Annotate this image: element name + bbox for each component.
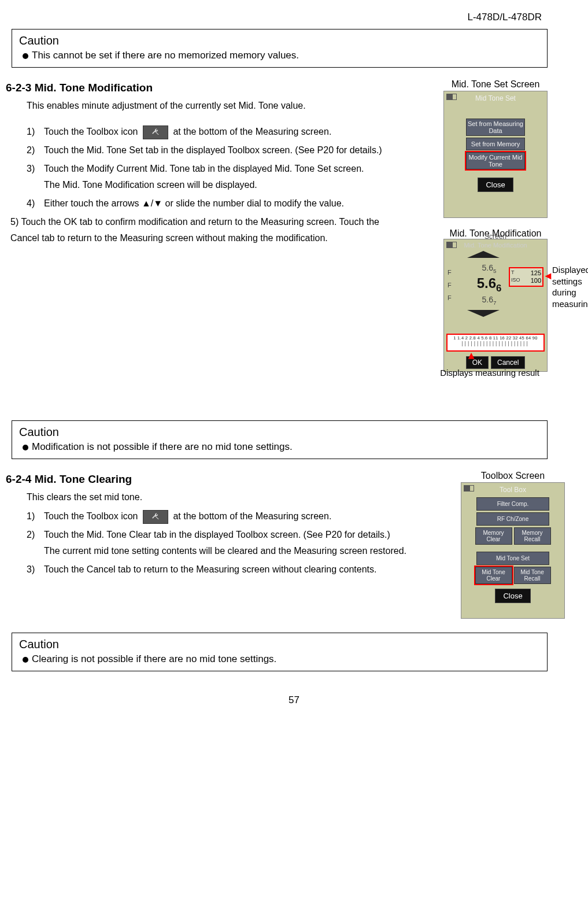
step-number: 1) (27, 508, 44, 524)
bullet-icon (23, 445, 28, 450)
caution-text: Modification is not possible if there ar… (32, 441, 293, 452)
section-intro-623: This enables minute adjustment of the cu… (27, 98, 405, 113)
arrow-up-red-icon: ◄ (465, 351, 478, 361)
step-2: 2) Touch the Mid. Tone Set tab in the di… (27, 142, 405, 158)
caution-box-1: Caution This cannot be set if there are … (12, 29, 548, 68)
section-title-623: 6-2-3 Mid. Tone Modification (6, 82, 405, 94)
set-from-memory-button[interactable]: Set from Memory (466, 138, 525, 150)
section-title-624: 6-2-4 Mid. Tone Clearing (6, 473, 440, 486)
midtonemod-device: Mid. Tone Modification Screen F F F 5.65… (443, 239, 548, 372)
close-button[interactable]: Close (478, 178, 513, 192)
step1-a: Touch the Toolbox icon (44, 127, 138, 136)
step-2: 2) Touch the Mid. Tone Clear tab in the … (27, 527, 440, 559)
step-number: 2) (27, 527, 44, 559)
arrow-up-icon[interactable] (467, 251, 500, 258)
step-3: 3) Touch the Cancel tab to return to the… (27, 561, 440, 578)
memory-recall-button[interactable]: Memory Recall (514, 527, 551, 545)
page-number: 57 (6, 694, 582, 706)
caution-text: Clearing is not possible if there are no… (32, 653, 276, 664)
toolbox-device: Tool Box Filter Comp. RF Ch/Zone Memory … (461, 482, 565, 619)
device-title: Mid Tone Set (446, 94, 545, 104)
step-1: 1) Touch the Toolbox icon at the bottom … (27, 124, 405, 140)
midtone-recall-button[interactable]: Mid Tone Recall (514, 567, 551, 584)
step-3: 3) Touch the Modify Current Mid. Tone ta… (27, 161, 405, 193)
step1-b: at the bottom of the Measuring screen. (173, 511, 331, 521)
caution-title: Caution (19, 638, 540, 651)
step-number: 2) (27, 142, 44, 158)
step-number: 4) (27, 195, 44, 212)
caution-body: Clearing is not possible if there are no… (23, 653, 540, 665)
set-from-measuring-button[interactable]: Set from Measuring Data (466, 119, 525, 136)
step3-body: Touch the Cancel tab to return to the Me… (44, 561, 440, 578)
arrow-down-icon[interactable] (467, 310, 500, 317)
modify-current-midtone-button[interactable]: Modify Current Mid Tone (466, 152, 525, 169)
midtoneset-caption: Mid. Tone Set Screen (409, 79, 582, 90)
caption-sub: Screen (444, 232, 547, 241)
displayed-settings-box: T125 ISO100 (509, 267, 543, 287)
close-button[interactable]: Close (495, 589, 531, 603)
toolbox-caption: Toolbox Screen (443, 471, 582, 481)
device-title: Tool Box (464, 485, 562, 496)
step-4: 4) Either touch the arrows ▲/▼ or slide … (27, 195, 405, 212)
step-number: 3) (27, 161, 44, 193)
step4-body: Either touch the arrows ▲/▼ or slide the… (44, 195, 405, 212)
battery-icon (446, 94, 457, 100)
step-number: 3) (27, 561, 44, 578)
step2a: Touch the Mid. Tone Clear tab in the dis… (44, 527, 440, 543)
step1-a: Touch the Toolbox icon (44, 511, 138, 521)
filter-comp-button[interactable]: Filter Comp. (476, 497, 549, 511)
step2b: The current mid tone setting contents wi… (44, 543, 440, 559)
toolbox-icon (143, 510, 168, 524)
step-1: 1) Touch the Toolbox icon at the bottom … (27, 508, 440, 524)
midtone-clear-button[interactable]: Mid Tone Clear (475, 567, 512, 584)
device-title: Mid. Tone Modification (444, 239, 547, 249)
caution-body: This cannot be set if there are no memor… (23, 50, 540, 61)
caution-box-2: Caution Modification is not possible if … (12, 420, 548, 459)
bullet-icon (23, 53, 28, 59)
caution-text: This cannot be set if there are no memor… (32, 50, 299, 61)
rf-ch-zone-button[interactable]: RF Ch/Zone (476, 512, 549, 526)
memory-clear-button[interactable]: Memory Clear (475, 527, 512, 545)
header-model: L-478D/L-478DR (6, 12, 582, 23)
caution-title: Caution (19, 34, 540, 47)
f-labels: F F F (448, 266, 452, 304)
caution-body: Modification is not possible if there ar… (23, 441, 540, 453)
caution-box-3: Caution Clearing is not possible if ther… (12, 633, 548, 671)
step1-b: at the bottom of the Measuring screen. (173, 127, 331, 136)
battery-icon (464, 485, 474, 492)
scale-bar: 1 1.4 2 2.8 4 5.6 8 11 16 22 32 45 64 90… (446, 334, 545, 352)
battery-icon (446, 242, 457, 248)
toolbox-icon (143, 125, 168, 139)
step3b: The Mid. Tone Modification screen will b… (44, 177, 405, 193)
annot-displayed-settings: Displayed settings during measuring (552, 264, 587, 309)
step-5: 5) Touch the OK tab to confirm modificat… (10, 214, 405, 246)
step-number: 1) (27, 124, 44, 140)
section-intro-624: This clears the set mid tone. (27, 489, 440, 505)
midtone-set-button[interactable]: Mid Tone Set (476, 552, 549, 565)
midtoneset-device: Mid Tone Set Set from Measuring Data Set… (443, 91, 548, 218)
caution-title: Caution (19, 426, 540, 439)
annot-measuring-result: Displays measuring result (415, 367, 565, 379)
bullet-icon (23, 657, 28, 663)
step3a: Touch the Modify Current Mid. Tone tab i… (44, 161, 405, 177)
step2-body: Touch the Mid. Tone Set tab in the displ… (44, 142, 405, 158)
